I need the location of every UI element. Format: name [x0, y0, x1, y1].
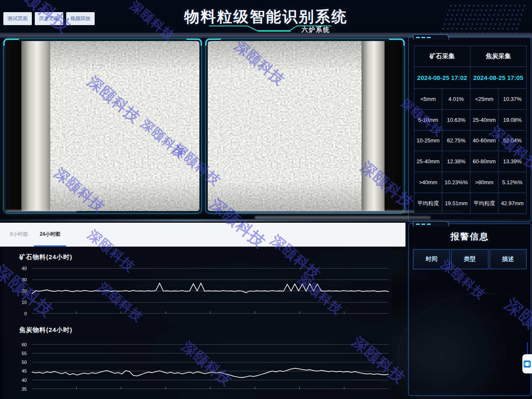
video-feed-ore-body: [6, 41, 199, 211]
chart-tab-strip: 8小时图24小时图: [0, 223, 405, 247]
table-cell: 4.01%: [442, 88, 470, 109]
app-header: 测试页面历史记录视频回放 物料粒级智能识别系统 六炉系统: [0, 0, 532, 37]
table-cell: 平均粒度: [470, 193, 498, 214]
table-cell: 62.75%: [442, 130, 470, 151]
caption-smudge: [255, 216, 431, 219]
table-cell: 10.23%%: [442, 172, 470, 193]
table-cell: 60-80mm: [470, 151, 498, 172]
coke-material-texture: [208, 41, 362, 211]
belt-edge-dark: [385, 41, 402, 211]
table-row: >40mm10.23%%>80mm5.12%%: [414, 172, 527, 193]
table-cell: 12.38%: [442, 151, 470, 172]
chart-block: 矿石物料(24小时) 010203040 焦炭物料(24小时) 35404550…: [3, 247, 392, 399]
table-row: 10-25mm62.75%40-60mm52.04%: [414, 130, 527, 151]
table-cell: 13.39%: [498, 151, 527, 172]
y-axis-tick-label: 20: [22, 288, 27, 293]
y-axis-tick-label: 50: [22, 360, 27, 365]
table-cell: <5mm: [414, 88, 442, 109]
table-row: 5-10mm10.63%25-40mm19.08%: [414, 109, 527, 130]
y-axis-tick-label: 30: [22, 277, 27, 282]
table-cell: <25mm: [470, 88, 498, 109]
y-axis-tick-label: 35: [22, 386, 27, 391]
y-axis-tick-label: 55: [22, 351, 27, 356]
belt-edge-dark: [6, 41, 21, 211]
table-cell: 5.12%%: [498, 172, 527, 193]
video-feed-coke-body: [208, 41, 402, 211]
y-axis-tick-label: 45: [22, 368, 27, 373]
teamviewer-icon: [524, 360, 531, 368]
app-root: 测试页面历史记录视频回放 物料粒级智能识别系统 六炉系统: [0, 0, 532, 399]
panel-corner-decor: [413, 34, 449, 40]
y-axis-tick-label: 60: [22, 342, 27, 347]
page-title: 物料粒级智能识别系统: [0, 7, 532, 27]
belt-edge-metal: [21, 41, 50, 211]
alarm-column-header: 描述: [490, 249, 527, 269]
alarm-panel: 报警信息 时间类型描述: [408, 224, 531, 396]
table-cell: 25-40mm: [414, 151, 442, 172]
page-subtitle: 六炉系统: [302, 26, 330, 34]
ore-material-texture: [50, 41, 199, 211]
alarm-column-header: 时间: [413, 249, 450, 269]
table-column-header: 矿石采集: [414, 46, 470, 67]
table-cell: 19.51mm: [442, 193, 470, 214]
table-cell: 42.97mm: [498, 193, 527, 214]
video-feed-coke: [205, 39, 405, 214]
y-axis-tick-label: 10: [22, 300, 27, 305]
ore-chart: 010203040: [11, 267, 389, 314]
table-cell: 10.37%: [498, 88, 527, 109]
table-row: 平均粒度19.51mm平均粒度42.97mm: [414, 193, 527, 214]
coke-chart-title: 焦炭物料(24小时): [19, 326, 72, 334]
table-cell: >80mm: [470, 172, 498, 193]
alarm-header-row: 时间类型描述: [413, 249, 527, 269]
grain-table: 矿石采集焦炭采集2024-08-25 17:022024-08-25 17:05…: [414, 46, 527, 214]
sample-timestamp: 2024-08-25 17:05: [470, 67, 527, 88]
panel-corner-decor: [413, 221, 449, 227]
y-axis-tick-label: 40: [22, 378, 27, 383]
table-cell: 19.08%: [498, 109, 527, 130]
sample-timestamp: 2024-08-25 17:02: [414, 67, 470, 88]
belt-edge-metal: [362, 41, 385, 211]
teamviewer-dock[interactable]: [522, 354, 532, 373]
video-feed-ore: [3, 39, 202, 214]
alarm-title: 报警信息: [409, 231, 531, 242]
table-row: 25-40mm12.38%60-80mm13.39%: [414, 151, 527, 172]
table-cell: 5-10mm: [414, 109, 442, 130]
table-cell: 52.04%: [498, 130, 527, 151]
table-row: <5mm4.01%<25mm10.37%: [414, 88, 527, 109]
table-column-header: 焦炭采集: [470, 46, 527, 67]
coke-chart: 354045505560: [11, 342, 389, 389]
y-axis-tick-label: 40: [22, 266, 27, 271]
y-axis-tick-label: 0: [24, 311, 27, 316]
table-cell: 平均粒度: [414, 193, 442, 214]
table-cell: >40mm: [414, 172, 442, 193]
ore-chart-title: 矿石物料(24小时): [19, 253, 72, 261]
table-cell: 10-25mm: [414, 130, 442, 151]
grain-data-panel: 矿石采集焦炭采集2024-08-25 17:022024-08-25 17:05…: [408, 37, 531, 222]
alarm-column-header: 类型: [451, 249, 488, 269]
chart-tab[interactable]: 24小时图: [34, 223, 66, 247]
table-cell: 10.63%: [442, 109, 470, 130]
dock-antenna-line: [527, 342, 528, 354]
chart-tab[interactable]: 8小时图: [4, 223, 34, 247]
table-cell: 25-40mm: [470, 109, 498, 130]
table-cell: 40-60mm: [470, 130, 498, 151]
